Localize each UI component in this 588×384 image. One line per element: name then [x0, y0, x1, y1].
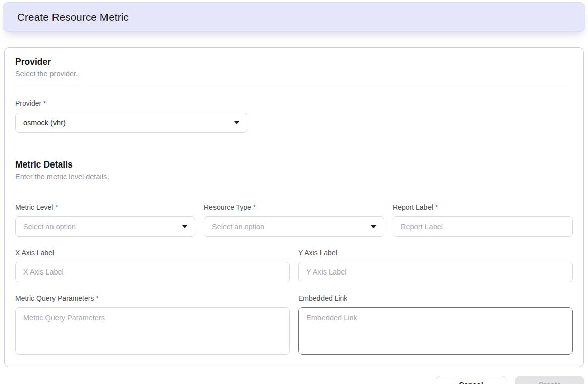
- x-axis-label-input[interactable]: [15, 262, 290, 282]
- chevron-down-icon: [234, 121, 239, 124]
- metric-query-parameters-textarea[interactable]: [15, 307, 290, 355]
- resource-type-field-group: Resource Type * Select an option: [204, 203, 384, 237]
- provider-section-header: Provider Select the provider.: [15, 56, 573, 85]
- metric-level-select-placeholder: Select an option: [23, 223, 76, 231]
- chevron-down-icon: [182, 225, 187, 228]
- metric-level-field-group: Metric Level * Select an option: [15, 203, 195, 237]
- metric-section-heading: Metric Details: [15, 159, 573, 170]
- create-button[interactable]: Create: [515, 376, 584, 384]
- metric-query-parameters-label: Metric Query Parameters *: [15, 294, 290, 303]
- metric-section-header: Metric Details Enter the metric level de…: [15, 159, 573, 188]
- metric-level-select[interactable]: Select an option: [15, 216, 195, 237]
- embedded-link-textarea[interactable]: [298, 307, 573, 355]
- report-label-field-group: Report Label *: [393, 203, 573, 237]
- x-axis-field-group: X Axis Label: [15, 249, 290, 282]
- chevron-down-icon: [371, 225, 376, 228]
- metric-row-2: X Axis Label Y Axis Label: [15, 249, 573, 282]
- resource-type-label: Resource Type *: [204, 203, 384, 212]
- provider-select-value: osmock (vhr): [23, 119, 66, 127]
- metric-row-3: Metric Query Parameters * Embedded Link: [15, 294, 573, 357]
- dialog-header: Create Resource Metric: [3, 2, 585, 32]
- resource-type-select-placeholder: Select an option: [212, 223, 264, 231]
- metric-level-label: Metric Level *: [15, 203, 195, 212]
- y-axis-field-group: Y Axis Label: [298, 249, 573, 282]
- provider-select[interactable]: osmock (vhr): [15, 113, 247, 133]
- provider-section-heading: Provider: [15, 56, 573, 67]
- embedded-link-label: Embedded Link: [298, 294, 573, 303]
- y-axis-label: Y Axis Label: [298, 249, 573, 257]
- x-axis-label: X Axis Label: [15, 249, 290, 257]
- metric-row-1: Metric Level * Select an option Resource…: [15, 203, 573, 237]
- page-title: Create Resource Metric: [17, 11, 129, 23]
- provider-section-subtitle: Select the provider.: [15, 69, 573, 78]
- embedded-link-field-group: Embedded Link: [298, 294, 573, 357]
- report-label-label: Report Label *: [393, 203, 573, 212]
- provider-label: Provider *: [15, 99, 247, 108]
- dialog-footer: Cancel Create: [4, 376, 584, 384]
- form-card: Provider Select the provider. Provider *…: [4, 47, 584, 367]
- provider-field-group: Provider * osmock (vhr): [15, 99, 247, 133]
- report-label-input[interactable]: [393, 216, 573, 237]
- cancel-button[interactable]: Cancel: [436, 376, 506, 384]
- query-params-field-group: Metric Query Parameters *: [15, 294, 290, 357]
- metric-section-subtitle: Enter the metric level details.: [15, 172, 573, 181]
- resource-type-select[interactable]: Select an option: [204, 216, 384, 237]
- y-axis-label-input[interactable]: [298, 262, 573, 282]
